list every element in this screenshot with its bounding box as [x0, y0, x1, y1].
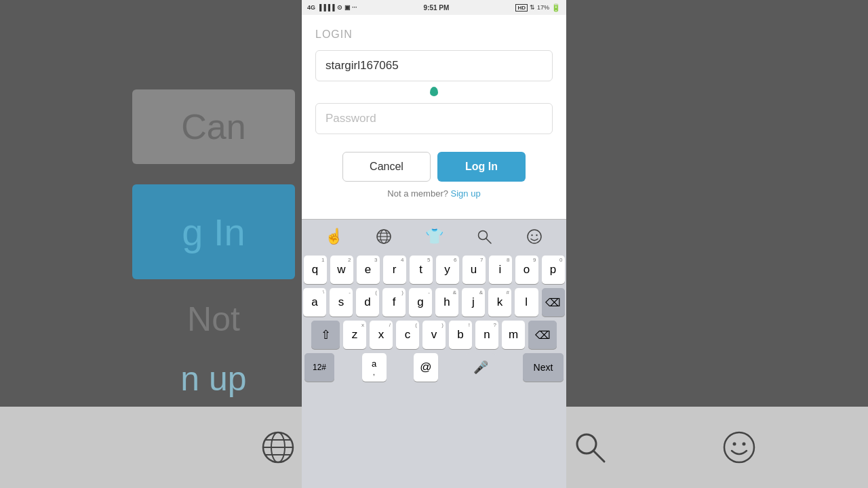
at-key[interactable]: @ [414, 353, 438, 382]
status-right: HD ⇅ 17% 🔋 [515, 3, 561, 12]
status-bar: 4G ▐▐▐▐ ⊙ ▣ ··· 9:51 PM HD ⇅ 17% 🔋 [302, 0, 566, 15]
keyboard-toolbar: ☝ 👕 [302, 219, 566, 253]
svg-line-17 [486, 239, 491, 243]
password-input[interactable] [315, 103, 553, 134]
signup-link[interactable]: Sign up [451, 188, 481, 199]
svg-point-19 [531, 234, 532, 235]
key-f[interactable]: )f [382, 288, 406, 317]
battery-text: 17% [537, 4, 549, 11]
next-key[interactable]: Next [523, 353, 564, 382]
bg-not-text: Not [187, 300, 240, 339]
key-j[interactable]: &j [462, 288, 485, 317]
login-button[interactable]: Log In [437, 152, 526, 182]
svg-point-18 [528, 230, 541, 243]
cancel-button[interactable]: Cancel [342, 152, 431, 182]
key-v[interactable]: )v [422, 321, 446, 349]
keyboard-row-1: 1q 2w 3e 4r 5t 6y 7u 8i 9o 0p [303, 256, 565, 284]
signup-row: Not a member? Sign up [315, 188, 553, 208]
num-key[interactable]: 12# [304, 353, 334, 382]
bg-login-box: g In [132, 184, 295, 279]
status-time: 9:51 PM [424, 4, 450, 12]
key-p[interactable]: 0p [542, 256, 565, 284]
keyboard-row-2: \a -s (d )f -g &h &j #k l ⌫ [303, 288, 565, 317]
cursor-dot [430, 87, 438, 96]
key-a[interactable]: \a [303, 288, 326, 317]
key-z[interactable]: xz [343, 321, 366, 349]
mic-key[interactable]: 🎤 [466, 353, 496, 382]
bg-signup-text: n up [180, 359, 246, 399]
key-o[interactable]: 9o [515, 256, 538, 284]
delete-key-2[interactable]: ⌫ [528, 321, 557, 349]
key-b[interactable]: !b [449, 321, 472, 349]
signal-bars: ▐▐▐▐ [317, 4, 335, 11]
key-h[interactable]: &h [435, 288, 458, 317]
not-member-text: Not a member? [387, 188, 448, 199]
key-t[interactable]: 5t [410, 256, 433, 284]
emoji-icon[interactable] [521, 223, 548, 250]
battery-icon: 🔋 [551, 3, 561, 12]
search-kb-icon[interactable] [471, 223, 498, 250]
phone-frame: 4G ▐▐▐▐ ⊙ ▣ ··· 9:51 PM HD ⇅ 17% 🔋 LOGIN… [302, 0, 566, 488]
shift-key[interactable]: ⇧ [311, 321, 340, 349]
key-w[interactable]: 2w [330, 256, 353, 284]
key-d[interactable]: (d [356, 288, 379, 317]
svg-line-7 [593, 451, 604, 462]
key-i[interactable]: 8i [489, 256, 512, 284]
key-n[interactable]: ?n [475, 321, 498, 349]
bg-globe-icon [258, 427, 298, 468]
key-e[interactable]: 3e [357, 256, 380, 284]
hd-badge: HD [515, 4, 528, 12]
button-row: Cancel Log In [315, 152, 553, 182]
login-area: LOGIN Cancel Log In Not a member? Sign u… [302, 15, 566, 219]
svg-point-9 [733, 443, 736, 446]
key-m[interactable]: m [502, 321, 525, 349]
comma-key[interactable]: a, [362, 353, 387, 382]
bg-cancel-box: Can [132, 89, 295, 164]
key-x[interactable]: /x [370, 321, 393, 349]
bg-hand-icon: ☝ [108, 427, 149, 468]
key-q[interactable]: 1q [304, 256, 327, 284]
signal-text: 4G [307, 4, 315, 11]
username-input[interactable] [315, 50, 553, 81]
shirt-icon[interactable]: 👕 [420, 223, 448, 250]
svg-point-20 [536, 234, 537, 235]
svg-point-8 [724, 432, 754, 462]
bg-search-icon [570, 427, 610, 468]
svg-point-10 [743, 443, 746, 446]
keyboard-row-3: ⇧ xz /x (c )v !b ?n m ⌫ [303, 321, 565, 349]
login-title: LOGIN [315, 28, 553, 41]
key-l[interactable]: l [515, 288, 538, 317]
key-k[interactable]: #k [488, 288, 511, 317]
keyboard-row-bottom: 12# a, @ 🎤 Next [303, 353, 565, 382]
battery-small: ▣ ··· [344, 4, 357, 11]
hand-icon[interactable]: ☝ [320, 223, 347, 250]
keyboard: 1q 2w 3e 4r 5t 6y 7u 8i 9o 0p \a -s (d )… [302, 253, 566, 488]
delete-key[interactable]: ⌫ [542, 288, 566, 317]
bg-login-text: g In [182, 210, 245, 254]
status-left: 4G ▐▐▐▐ ⊙ ▣ ··· [307, 4, 357, 11]
key-y[interactable]: 6y [436, 256, 459, 284]
wifi-icon: ⊙ [337, 4, 342, 11]
bg-cancel-text: Can [181, 106, 245, 147]
bg-smile-icon [719, 427, 760, 468]
key-c[interactable]: (c [396, 321, 419, 349]
key-u[interactable]: 7u [462, 256, 486, 284]
svg-text:☝: ☝ [112, 433, 144, 464]
key-g[interactable]: -g [409, 288, 432, 317]
cursor-indicator [315, 87, 553, 96]
globe-icon[interactable] [370, 223, 397, 250]
key-s[interactable]: -s [330, 288, 353, 317]
wifi-status-icon: ⇅ [530, 4, 535, 11]
key-r[interactable]: 4r [383, 256, 406, 284]
